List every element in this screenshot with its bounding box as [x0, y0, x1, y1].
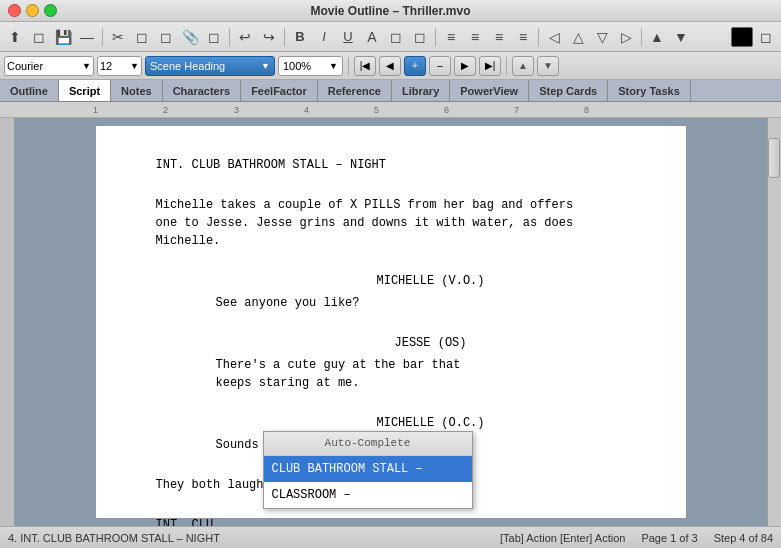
tabs-bar: Outline Script Notes Characters FeelFact… [0, 80, 781, 102]
font-value: Courier [7, 60, 43, 72]
action-block-1: Michelle takes a couple of X PILLS from … [156, 196, 626, 250]
status-bar: 4. INT. CLUB BATHROOM STALL – NIGHT [Tab… [0, 526, 781, 548]
tab-stepcards[interactable]: Step Cards [529, 80, 608, 101]
style-selector[interactable]: Scene Heading ▼ [145, 56, 275, 76]
copy-icon[interactable]: ◻ [131, 26, 153, 48]
tab-powerview[interactable]: PowerView [450, 80, 529, 101]
window-controls[interactable] [8, 4, 57, 17]
style-value: Scene Heading [150, 60, 225, 72]
size-selector[interactable]: 12 ▼ [97, 56, 142, 76]
nav-prev-icon[interactable]: ◁ [543, 26, 565, 48]
tab-outline[interactable]: Outline [0, 80, 59, 101]
flag-down-icon[interactable]: ▼ [670, 26, 692, 48]
status-step: Step 4 of 84 [714, 532, 773, 544]
ruler: 1 2 3 4 5 6 7 8 [0, 102, 781, 118]
script-page[interactable]: INT. CLUB BATHROOM STALL – NIGHT Michell… [96, 126, 686, 518]
maximize-button[interactable] [44, 4, 57, 17]
autocomplete-item-0[interactable]: CLUB BATHROOM STALL – [264, 456, 472, 482]
autocomplete-item-1[interactable]: CLASSROOM – [264, 482, 472, 508]
tab-characters[interactable]: Characters [163, 80, 241, 101]
style-chevron: ▼ [261, 61, 270, 71]
close-button[interactable] [8, 4, 21, 17]
sep3 [284, 28, 285, 46]
status-page: Page 1 of 3 [641, 532, 697, 544]
paste-icon[interactable]: ◻ [155, 26, 177, 48]
attach-icon[interactable]: 📎 [179, 26, 201, 48]
align-right-icon[interactable]: ≡ [488, 26, 510, 48]
sep1 [102, 28, 103, 46]
autocomplete-header: Auto-Complete [264, 432, 472, 456]
dialogue-2: There's a cute guy at the bar that keeps… [216, 356, 566, 392]
sep5 [538, 28, 539, 46]
open-icon[interactable]: ◻ [28, 26, 50, 48]
nav-minus-btn[interactable]: – [429, 56, 451, 76]
strikethrough-icon[interactable]: ◻ [409, 26, 431, 48]
scroll-thumb[interactable] [768, 138, 780, 178]
character-3: MICHELLE (O.C.) [236, 414, 626, 432]
new-icon[interactable]: ⬆ [4, 26, 26, 48]
tab-reference[interactable]: Reference [318, 80, 392, 101]
highlight-icon[interactable]: ◻ [385, 26, 407, 48]
title-bar: Movie Outline – Thriller.mvo [0, 0, 781, 22]
bold-icon[interactable]: B [289, 26, 311, 48]
font-chevron: ▼ [82, 61, 91, 71]
zoom-selector[interactable]: 100% ▼ [278, 56, 343, 76]
redo-icon[interactable]: ↪ [258, 26, 280, 48]
nav-up-icon[interactable]: △ [567, 26, 589, 48]
align-left-icon[interactable]: ≡ [440, 26, 462, 48]
dialogue-1: See anyone you like? [216, 294, 566, 312]
tb2-sep1 [348, 57, 349, 75]
sep4 [435, 28, 436, 46]
scrollbar[interactable] [767, 118, 781, 526]
tab-library[interactable]: Library [392, 80, 450, 101]
nav-next-icon[interactable]: ▷ [615, 26, 637, 48]
zoom-chevron: ▼ [329, 61, 338, 71]
flag-up-icon[interactable]: ▲ [646, 26, 668, 48]
nav-next-btn[interactable]: ▶ [454, 56, 476, 76]
main-area: INT. CLUB BATHROOM STALL – NIGHT Michell… [0, 118, 781, 526]
autocomplete-dropdown: Auto-Complete CLUB BATHROOM STALL – CLAS… [263, 431, 473, 509]
flag-up-btn[interactable]: ▲ [512, 56, 534, 76]
window-title: Movie Outline – Thriller.mvo [310, 4, 470, 18]
tab-feelfactor[interactable]: FeelFactor [241, 80, 318, 101]
size-value: 12 [100, 60, 112, 72]
minimize-button[interactable] [26, 4, 39, 17]
character-1: MICHELLE (V.O.) [236, 272, 626, 290]
size-chevron: ▼ [130, 61, 139, 71]
status-scene: 4. INT. CLUB BATHROOM STALL – NIGHT [8, 532, 220, 544]
nav-last-btn[interactable]: ▶| [479, 56, 501, 76]
nav-add-btn[interactable]: + [404, 56, 426, 76]
sep2 [229, 28, 230, 46]
flag-down-btn[interactable]: ▼ [537, 56, 559, 76]
color-swatch[interactable] [731, 27, 753, 47]
more-icon[interactable]: ◻ [755, 26, 777, 48]
scroll-track[interactable] [767, 118, 781, 526]
save-icon[interactable]: 💾 [52, 26, 74, 48]
delete-icon[interactable]: ◻ [203, 26, 225, 48]
align-justify-icon[interactable]: ≡ [512, 26, 534, 48]
font-selector[interactable]: Courier ▼ [4, 56, 94, 76]
tab-storytasks[interactable]: Story Tasks [608, 80, 691, 101]
character-2: JESSE (OS) [236, 334, 626, 352]
undo-icon[interactable]: ↩ [234, 26, 256, 48]
tab-notes[interactable]: Notes [111, 80, 163, 101]
print-icon[interactable]: — [76, 26, 98, 48]
scene-heading-1: INT. CLUB BATHROOM STALL – NIGHT [156, 156, 626, 174]
cut-icon[interactable]: ✂ [107, 26, 129, 48]
format-toolbar: Courier ▼ 12 ▼ Scene Heading ▼ 100% ▼ |◀… [0, 52, 781, 80]
script-container[interactable]: INT. CLUB BATHROOM STALL – NIGHT Michell… [14, 118, 767, 526]
nav-down-icon[interactable]: ▽ [591, 26, 613, 48]
nav-first-btn[interactable]: |◀ [354, 56, 376, 76]
tab-script[interactable]: Script [59, 80, 111, 101]
align-center-icon[interactable]: ≡ [464, 26, 486, 48]
nav-prev-btn[interactable]: ◀ [379, 56, 401, 76]
italic-icon[interactable]: I [313, 26, 335, 48]
tb2-sep2 [506, 57, 507, 75]
font-color-icon[interactable]: A [361, 26, 383, 48]
scene-heading-2: INT. CLU [156, 516, 626, 526]
main-toolbar: ⬆ ◻ 💾 — ✂ ◻ ◻ 📎 ◻ ↩ ↪ B I U A ◻ ◻ ≡ ≡ ≡ … [0, 22, 781, 52]
sep6 [641, 28, 642, 46]
underline-icon[interactable]: U [337, 26, 359, 48]
left-gutter [0, 118, 14, 526]
zoom-value: 100% [283, 60, 311, 72]
